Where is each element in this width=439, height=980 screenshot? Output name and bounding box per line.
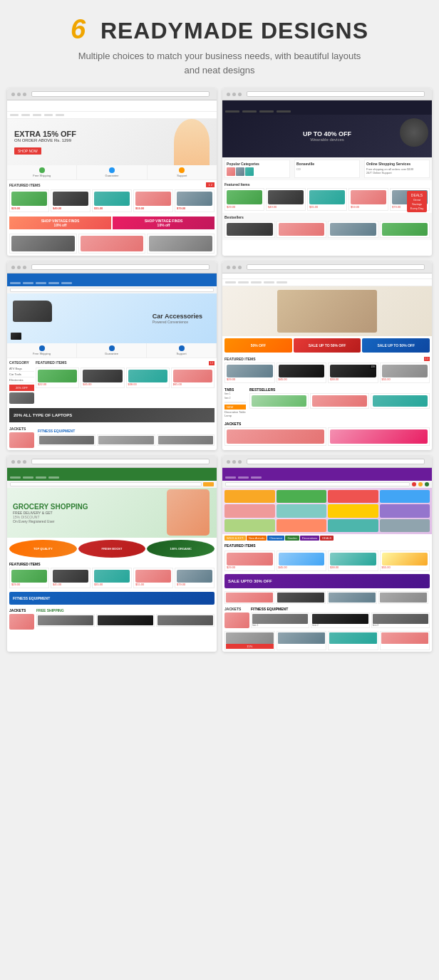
search-input-field[interactable] <box>10 288 214 292</box>
product-image <box>11 192 47 206</box>
category-list-item[interactable]: Electronics <box>9 377 34 383</box>
bestseller-card[interactable] <box>380 221 430 238</box>
product-card[interactable]: $45.00 <box>277 551 327 571</box>
product-card[interactable]: 15% <box>224 631 275 650</box>
featured-card[interactable]: $35.00 <box>307 188 347 211</box>
bestseller-card[interactable] <box>371 393 430 409</box>
product-card[interactable]: $29.00 <box>9 568 49 588</box>
category-tag[interactable]: New Arrivals <box>247 536 267 541</box>
fitness-item[interactable] <box>156 614 215 627</box>
product-card[interactable] <box>327 591 377 604</box>
color-cell <box>277 519 327 532</box>
laptop-promo-banner[interactable]: 20% ALL TYPE OF LAPTOPS <box>9 408 215 422</box>
tab-item[interactable]: Item 2 <box>224 396 246 400</box>
category-item[interactable] <box>245 167 254 176</box>
fitness-item[interactable] <box>157 434 215 446</box>
bestseller-card[interactable] <box>277 221 327 238</box>
divider <box>224 402 246 403</box>
fitness-item[interactable] <box>97 434 155 446</box>
design-card-4[interactable]: 50% OFF SALE UP TO 50% OFF SALE UP TO 50… <box>222 261 432 450</box>
product-card[interactable]: $79.00 <box>175 189 215 212</box>
category-tag[interactable]: DEALS <box>320 536 334 541</box>
featured-card[interactable]: $59.00 <box>348 188 388 211</box>
product-card[interactable]: $49.00 <box>51 189 91 212</box>
extra-products-section: 15% <box>222 630 432 652</box>
fitness-card[interactable]: Item 3 <box>371 612 430 628</box>
jacket-card[interactable] <box>328 427 430 446</box>
featured-card[interactable]: $49.00 <box>266 188 306 211</box>
product-card[interactable]: 15% $38.00 <box>328 363 378 383</box>
product-image <box>329 593 376 603</box>
bottom-product-card[interactable] <box>78 234 146 254</box>
category-item[interactable] <box>227 167 235 176</box>
bestseller-card[interactable] <box>224 221 275 238</box>
product-card[interactable] <box>276 591 326 604</box>
bestseller-card[interactable] <box>249 393 309 409</box>
product-card[interactable]: $45.00 <box>81 368 124 388</box>
category-tag[interactable]: Clearance <box>267 536 284 541</box>
fitness-promo-banner[interactable]: FITNESS EQUIPMENT <box>9 592 215 605</box>
product-card[interactable] <box>328 631 378 650</box>
fitness-item[interactable] <box>36 614 95 627</box>
fitness-card[interactable]: Item 1 <box>251 612 309 628</box>
category-item[interactable] <box>236 167 244 176</box>
design-card-3[interactable]: Car Accessories Powered Convenience Free… <box>7 261 217 450</box>
bottom-product-card[interactable] <box>147 234 215 254</box>
sale-banner-1[interactable]: 50% OFF <box>224 338 292 353</box>
design-card-5[interactable]: GROCERY SHOPPING FREE DELIVERY & GET 15%… <box>7 456 217 652</box>
fitness-item[interactable] <box>38 434 95 446</box>
featured-card[interactable]: $29.00 <box>224 188 264 211</box>
sale-promo-banner[interactable]: SALE UPTO 30% OFF <box>224 574 430 588</box>
design-card-1[interactable]: EXTRA 15% OFF ON ORDER ABOVE Rs. 1299 SH… <box>7 88 217 256</box>
product-card[interactable]: $55.00 <box>380 363 430 383</box>
design-card-2[interactable]: UP TO 40% OFF Wearable devices Popular C… <box>222 88 432 256</box>
browser-dot <box>23 266 26 269</box>
product-card[interactable]: $29.00 <box>224 551 275 571</box>
search-input[interactable] <box>225 482 410 486</box>
product-card[interactable] <box>378 591 428 604</box>
product-card[interactable] <box>224 591 274 604</box>
feature-label: Guarantee <box>78 352 145 355</box>
category-tag[interactable]: WIGS & EXT. <box>224 536 246 541</box>
fitness-card[interactable]: Item 2 <box>311 612 369 628</box>
design-card-6[interactable]: WIGS & EXT. New Arrivals Clearance Garde… <box>222 456 432 652</box>
promo-banner-2[interactable]: SHOP VINTAGE FINDS10% off <box>113 217 215 229</box>
product-card[interactable]: $65.00 <box>171 368 215 388</box>
promo-banner-1[interactable]: SHOP VINTAGE FINDS10% off <box>9 217 111 229</box>
browser-address-bar <box>31 459 210 464</box>
jacket-card[interactable] <box>224 427 326 446</box>
product-image <box>351 190 386 204</box>
product-card[interactable]: $38.00 <box>126 368 170 388</box>
product-card[interactable]: $59.00 <box>133 189 173 212</box>
browser-dot <box>17 460 21 464</box>
product-card[interactable]: $55.00 <box>380 551 430 571</box>
bestseller-card[interactable] <box>328 221 378 238</box>
car-image <box>13 301 52 322</box>
product-card[interactable]: $45.00 <box>51 568 91 588</box>
bottom-product-card[interactable] <box>9 234 77 254</box>
product-card[interactable] <box>277 631 327 650</box>
product-card[interactable]: $45.00 <box>277 363 327 383</box>
search-input[interactable] <box>10 482 202 486</box>
sale-banner-2[interactable]: SALE UP TO 50% OFF <box>294 338 361 353</box>
fitness-item[interactable] <box>96 614 155 627</box>
bestseller-card[interactable] <box>310 393 369 409</box>
product-card[interactable]: $79.00 <box>175 568 215 588</box>
hero-cta-button[interactable]: SHOP NOW <box>14 147 41 155</box>
category-tag[interactable]: Garden <box>285 536 299 541</box>
product-card[interactable]: $35.00 <box>92 189 132 212</box>
product-card[interactable]: $35.00 <box>92 568 132 588</box>
sale-banner-3[interactable]: SALE UP TO 50% OFF <box>362 338 430 353</box>
product-card[interactable]: $22.00 <box>36 368 79 388</box>
featured-card[interactable]: DEALSGreat Savings Every Day $79.00 <box>390 188 430 211</box>
browser-address-bar <box>31 264 210 270</box>
product-card[interactable] <box>380 631 430 650</box>
product-card[interactable]: $38.00 <box>328 551 378 571</box>
category-tag[interactable]: Decorations <box>300 536 319 541</box>
product-card[interactable]: $29.00 <box>224 363 275 383</box>
product-card[interactable]: $55.00 <box>133 568 173 588</box>
product-card[interactable]: $29.00 <box>9 189 49 212</box>
category-list-item[interactable]: ATV Bags <box>9 366 34 372</box>
search-button[interactable] <box>203 482 214 486</box>
category-list-item[interactable]: Car Tools <box>9 372 34 377</box>
